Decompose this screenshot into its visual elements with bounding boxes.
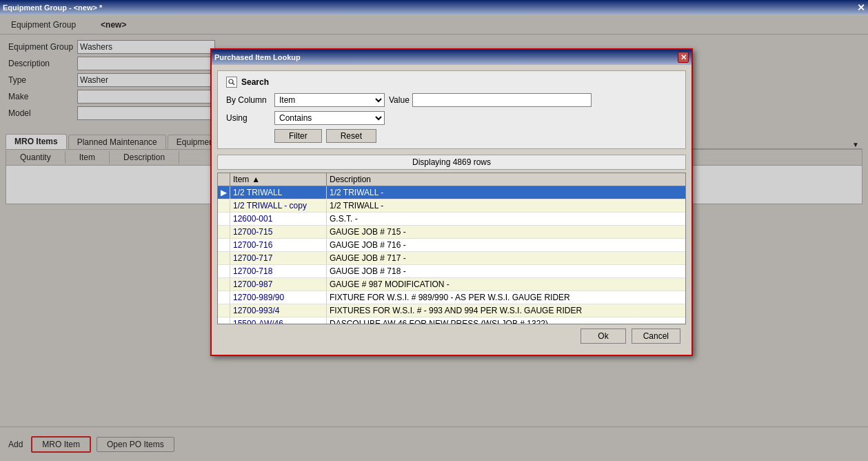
search-using-row: Using Contains Starts With Equals — [226, 111, 677, 125]
row-arrow-icon — [218, 199, 230, 212]
dialog-title: Purchased Item Lookup — [214, 53, 301, 61]
row-item: 12700-987 — [230, 278, 327, 291]
by-column-label: By Column — [226, 95, 274, 105]
row-arrow-icon — [218, 252, 230, 264]
row-description: FIXTURE FOR W.S.I. # 989/990 - AS PER W.… — [327, 291, 685, 304]
svg-point-0 — [229, 79, 233, 84]
row-item: 15500-AW/46 — [230, 317, 327, 324]
row-description: G.S.T. - — [327, 213, 685, 225]
search-header: Search — [226, 77, 677, 88]
search-label: Search — [241, 77, 269, 87]
dialog-footer: Ok Cancel — [217, 324, 686, 349]
sort-icon: ▲ — [252, 175, 260, 184]
search-icon — [226, 77, 237, 88]
table-row[interactable]: 12700-716 GAUGE JOB # 716 - — [218, 239, 685, 252]
row-description: 1/2 TRIWALL - — [327, 199, 685, 212]
row-description: GAUGE # 987 MODIFICATION - — [327, 278, 685, 291]
row-description: GAUGE JOB # 716 - — [327, 239, 685, 251]
value-input[interactable] — [412, 93, 592, 107]
table-container[interactable]: Item ▲ Description ▶ 1/2 TRIWALL 1/2 TRI… — [217, 173, 686, 324]
row-arrow-icon — [218, 304, 230, 317]
row-arrow-icon — [218, 317, 230, 324]
row-item: 12700-717 — [230, 252, 327, 264]
filter-button[interactable]: Filter — [274, 129, 322, 143]
row-description: DASCOLUBE AW 46 FOR NEW PRESS (WSI JOB #… — [327, 317, 685, 324]
table-row[interactable]: ▶ 1/2 TRIWALL 1/2 TRIWALL - — [218, 186, 685, 199]
table-row[interactable]: 1/2 TRIWALL - copy 1/2 TRIWALL - — [218, 199, 685, 213]
row-description: 1/2 TRIWALL - — [327, 186, 685, 199]
row-item: 12700-993/4 — [230, 304, 327, 317]
row-item: 1/2 TRIWALL — [230, 186, 327, 199]
dialog-title-bar: Purchased Item Lookup ✕ — [212, 50, 692, 65]
th-arrow — [218, 173, 230, 186]
svg-line-1 — [233, 84, 235, 86]
table-header: Item ▲ Description — [218, 173, 685, 186]
row-item: 12600-001 — [230, 213, 327, 225]
table-row[interactable]: 12700-717 GAUGE JOB # 717 - — [218, 252, 685, 265]
row-description: GAUGE JOB # 718 - — [327, 265, 685, 277]
search-buttons: Filter Reset — [226, 129, 677, 143]
row-arrow-icon — [218, 278, 230, 291]
dialog-body: Search By Column Item Description Value … — [212, 65, 692, 355]
reset-button[interactable]: Reset — [326, 129, 376, 143]
search-section: Search By Column Item Description Value … — [217, 70, 686, 149]
window-close-button[interactable]: ✕ — [857, 3, 865, 12]
table-row[interactable]: 12700-718 GAUGE JOB # 718 - — [218, 265, 685, 278]
row-arrow-icon — [218, 239, 230, 251]
row-item: 12700-718 — [230, 265, 327, 277]
row-item: 1/2 TRIWALL - copy — [230, 199, 327, 212]
row-arrow-icon: ▶ — [218, 186, 230, 199]
row-description: FIXTURES FOR W.S.I. # - 993 AND 994 PER … — [327, 304, 685, 317]
main-window: Equipment Group <new> Equipment Group De… — [0, 15, 868, 461]
by-column-select[interactable]: Item Description — [274, 93, 385, 107]
table-row[interactable]: 12700-987 GAUGE # 987 MODIFICATION - — [218, 278, 685, 291]
purchased-item-lookup-dialog: Purchased Item Lookup ✕ Search By Col — [210, 48, 693, 356]
table-row[interactable]: 15500-AW/46 DASCOLUBE AW 46 FOR NEW PRES… — [218, 317, 685, 324]
row-description: GAUGE JOB # 715 - — [327, 226, 685, 238]
table-row[interactable]: 12600-001 G.S.T. - — [218, 213, 685, 226]
cancel-button[interactable]: Cancel — [632, 328, 680, 344]
using-label: Using — [226, 113, 274, 123]
row-item: 12700-715 — [230, 226, 327, 238]
ok-button[interactable]: Ok — [581, 328, 625, 344]
table-row[interactable]: 12700-715 GAUGE JOB # 715 - — [218, 226, 685, 239]
row-arrow-icon — [218, 291, 230, 304]
table-row[interactable]: 12700-993/4 FIXTURES FOR W.S.I. # - 993 … — [218, 304, 685, 317]
row-item: 12700-989/90 — [230, 291, 327, 304]
value-label: Value — [389, 95, 410, 105]
row-arrow-icon — [218, 265, 230, 277]
title-bar: Equipment Group - <new> * ✕ — [0, 0, 868, 15]
row-arrow-icon — [218, 226, 230, 238]
th-item[interactable]: Item ▲ — [230, 173, 327, 186]
row-arrow-icon — [218, 213, 230, 225]
using-select[interactable]: Contains Starts With Equals — [274, 111, 385, 125]
th-description: Description — [327, 173, 685, 186]
dialog-close-button[interactable]: ✕ — [678, 52, 689, 63]
search-by-column-row: By Column Item Description Value — [226, 93, 677, 107]
table-status: Displaying 4869 rows — [217, 155, 686, 170]
row-description: GAUGE JOB # 717 - — [327, 252, 685, 264]
window-title: Equipment Group - <new> * — [3, 3, 102, 12]
row-item: 12700-716 — [230, 239, 327, 251]
table-row[interactable]: 12700-989/90 FIXTURE FOR W.S.I. # 989/99… — [218, 291, 685, 304]
